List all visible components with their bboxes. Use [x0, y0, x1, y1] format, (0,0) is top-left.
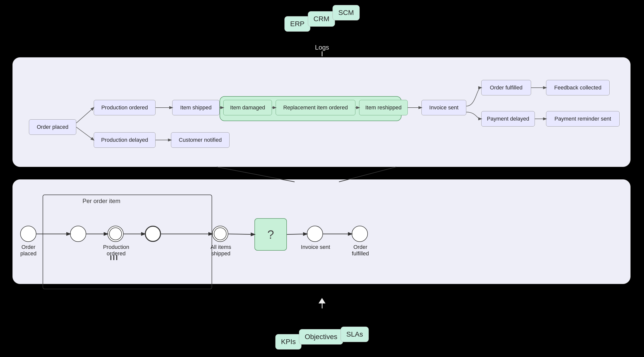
kpis-box: KPIs	[276, 334, 302, 350]
production-ordered-node: Production ordered	[94, 100, 156, 115]
item-reshipped-node: Item reshipped	[359, 100, 408, 115]
all-items-shipped-circle	[212, 226, 228, 242]
bottom-panel: Per order item III Order placed Producti…	[12, 179, 630, 284]
order-placed-node: Order placed	[29, 119, 76, 135]
inner-circle-2	[145, 226, 161, 242]
per-order-item-label: Per order item	[82, 198, 120, 205]
feedback-collected-node: Feedback collected	[546, 80, 610, 95]
item-damaged-node: Item damaged	[223, 100, 272, 115]
svg-line-14	[228, 234, 254, 234]
item-shipped-node: Item shipped	[172, 100, 220, 115]
crm-box: CRM	[308, 11, 335, 27]
invoice-sent-label: Invoice sent	[300, 244, 330, 250]
per-order-item-box	[42, 195, 212, 289]
order-fulfilled-label: Order fulfilled	[346, 244, 375, 257]
production-delayed-node: Production delayed	[94, 132, 156, 148]
production-ordered-circle	[108, 226, 124, 242]
bottom-arrow-up	[318, 298, 326, 309]
invoice-sent-circle	[307, 226, 323, 242]
top-system-boxes: ERP CRM SCM	[284, 5, 360, 32]
start-circle	[20, 226, 36, 242]
payment-delayed-node: Payment delayed	[481, 111, 535, 127]
replacement-item-ordered-node: Replacement item ordered	[276, 100, 356, 115]
svg-line-0	[76, 108, 94, 123]
scm-box: SCM	[333, 5, 360, 20]
objectives-box: Objectives	[299, 329, 343, 345]
top-panel: Order placed Production ordered Item shi…	[12, 57, 630, 167]
inner-circle-1	[70, 226, 86, 242]
svg-line-1	[76, 127, 94, 140]
order-fulfilled-node: Order fulfilled	[481, 80, 531, 95]
svg-line-15	[287, 234, 307, 234]
erp-box: ERP	[284, 16, 310, 32]
invoice-sent-node: Invoice sent	[422, 100, 466, 115]
order-fulfilled-circle	[352, 226, 368, 242]
slas-box: SLAs	[340, 327, 368, 342]
production-ordered-label: Productionordered	[101, 244, 131, 257]
all-items-shipped-label: All items shipped	[206, 244, 236, 257]
order-placed-label: Order placed	[17, 244, 40, 257]
payment-reminder-sent-node: Payment reminder sent	[546, 111, 620, 127]
customer-notified-node: Customer notified	[171, 132, 230, 148]
bottom-system-boxes: KPIs Objectives SLAs	[276, 327, 369, 350]
question-box: ?	[254, 218, 287, 251]
